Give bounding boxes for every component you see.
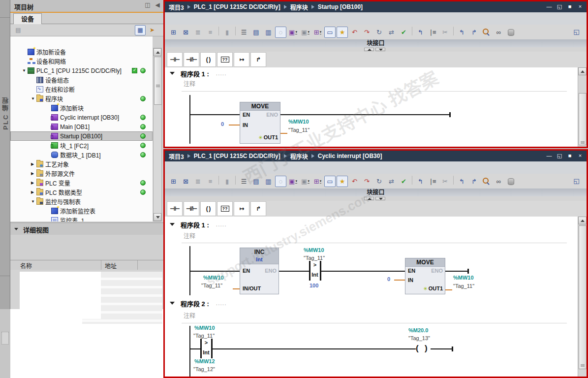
panel-columns-icon[interactable]: ◫ xyxy=(144,1,152,8)
goto-previous-icon[interactable]: ↰ xyxy=(415,27,426,38)
tree-item-device-config[interactable]: 设备组态 xyxy=(10,75,153,85)
expand-icon[interactable]: ▼ xyxy=(22,68,28,73)
pin-in[interactable]: IN xyxy=(243,122,248,128)
no-contact-icon[interactable]: ⊣⊢ xyxy=(167,52,183,67)
tree-item-fc2[interactable]: 块_1 [FC2] xyxy=(10,141,153,150)
network-list-icon[interactable]: ☰ xyxy=(238,176,249,187)
view-options-icon[interactable]: ▤ xyxy=(13,25,24,35)
dropdown-arrow-icon[interactable]: ▾ xyxy=(295,179,297,184)
nc-contact-icon[interactable]: ⊣/⊢ xyxy=(184,201,199,216)
operand-tag[interactable]: "Tag_11" xyxy=(304,255,325,261)
inc-box[interactable]: INC Int EN ENO IN/OUT xyxy=(240,248,279,294)
open-in-editor-icon[interactable]: ➤ xyxy=(147,25,157,35)
toolbar-icon[interactable] xyxy=(412,27,412,35)
breadcrumb-item[interactable]: PLC_1 [CPU 1215C DC/DC/Rly] xyxy=(194,3,290,11)
create-instance-icon[interactable]: ▮ xyxy=(221,27,233,38)
compare-contact[interactable] xyxy=(320,261,321,281)
collapse-network-icon[interactable] xyxy=(170,72,175,75)
monitor-glasses-icon[interactable]: ∞ xyxy=(493,176,504,187)
dropdown-arrow-icon[interactable]: ▾ xyxy=(320,179,322,184)
constant-100[interactable]: 100 xyxy=(309,283,318,288)
tree-scrollbar-thumb[interactable] xyxy=(154,57,162,105)
refresh-block-calls-icon[interactable]: ⇄ xyxy=(386,27,397,38)
snapshot-icon[interactable] xyxy=(505,27,517,38)
compare-contact[interactable] xyxy=(211,339,213,358)
minimize-button[interactable]: — xyxy=(545,3,553,10)
toggle-favorites-icon[interactable]: ★ xyxy=(337,27,348,38)
expand-all-networks-icon[interactable]: ▤ xyxy=(250,27,262,38)
toggle-network-comments-icon[interactable]: ◌ xyxy=(275,27,286,38)
pin-inout[interactable]: IN/OUT xyxy=(243,285,261,291)
compare-operator[interactable]: > xyxy=(202,340,211,346)
editor-scrollbar[interactable] xyxy=(578,67,587,147)
expand-icon[interactable]: ▶ xyxy=(31,181,36,185)
consistency-check-icon[interactable]: ✔ xyxy=(398,176,409,187)
block-interface-bar[interactable]: 块接口 xyxy=(165,39,587,48)
window-titlebar[interactable]: 项目3 PLC_1 [CPU 1215C DC/DC/Rly] 程序块 Cycl… xyxy=(165,151,587,161)
delete-network-icon[interactable]: ⊠ xyxy=(180,27,191,38)
toolbar-icon[interactable] xyxy=(218,27,219,35)
toolbar-icon[interactable] xyxy=(453,176,454,185)
absolute-operands-icon[interactable]: ∣≡ xyxy=(427,27,438,38)
dropdown-arrow-icon[interactable]: ▾ xyxy=(295,30,297,34)
network-comment[interactable]: 注释 xyxy=(184,311,195,319)
update-block-calls-icon[interactable]: ↻ xyxy=(373,176,385,187)
search-icon[interactable] xyxy=(481,27,492,38)
network-2-header[interactable]: 程序段 2 : ..... xyxy=(165,298,577,308)
network-comment[interactable]: 注释 xyxy=(184,231,195,240)
splitter-down-icon[interactable] xyxy=(375,48,385,51)
tree-item-ob100[interactable]: Startup [OB100] xyxy=(10,131,153,141)
insert-fb-call-icon[interactable]: ▣▾ xyxy=(287,27,299,38)
window-titlebar[interactable]: 项目3 PLC_1 [CPU 1215C DC/DC/Rly] 程序块 Star… xyxy=(165,1,587,12)
expand-icon[interactable]: ▼ xyxy=(31,199,36,204)
snapshot-icon[interactable] xyxy=(505,176,517,187)
toggle-network-comments-icon[interactable]: ◌ xyxy=(275,176,286,187)
no-contact-icon[interactable]: ⊣⊢ xyxy=(167,201,183,216)
compare-operator[interactable]: > xyxy=(310,262,319,268)
inc-box-datatype[interactable]: Int xyxy=(240,256,279,264)
splitter-up-icon[interactable] xyxy=(364,197,374,200)
absolute-operands-icon[interactable]: ∣≡ xyxy=(427,176,438,187)
tree-item-ob30[interactable]: Cyclic interrupt [OB30] xyxy=(10,113,153,122)
breadcrumb-item[interactable]: PLC_1 [CPU 1215C DC/DC/Rly] xyxy=(194,152,290,160)
collapse-network-icon[interactable] xyxy=(170,223,175,226)
maximize-button[interactable]: ■ xyxy=(566,3,574,10)
toggle-empty-box-icon[interactable]: ▭ xyxy=(324,27,336,38)
tree-scrollbar[interactable] xyxy=(153,48,162,221)
dropdown-arrow-icon[interactable]: ▾ xyxy=(308,30,309,34)
pin-out1[interactable]: ✳OUT1 xyxy=(258,134,278,140)
scroll-up-icon[interactable] xyxy=(578,67,587,75)
splitter-down-icon[interactable] xyxy=(375,197,385,200)
pin-out1[interactable]: ✳OUT1 xyxy=(423,285,443,291)
toolbar-icon[interactable] xyxy=(412,176,412,185)
tree-item-devices-networks[interactable]: 设备和网络 xyxy=(10,57,153,66)
toolbar-icon[interactable] xyxy=(453,27,454,35)
previous-bookmark-icon[interactable]: ↰ xyxy=(456,176,467,187)
toggle-favorites-icon[interactable]: ★ xyxy=(337,176,348,187)
move-box[interactable]: MOVE EN ENO IN ✳OUT1 xyxy=(240,102,280,144)
operand-tag[interactable]: "Tag_13" xyxy=(408,335,430,341)
splitter-up-icon[interactable] xyxy=(364,48,374,51)
scrollbar-thumb[interactable] xyxy=(579,225,587,369)
goto-previous-icon[interactable]: ↰ xyxy=(415,176,426,187)
tree-item-plc-tags[interactable]: ▶ PLC 变量 xyxy=(10,178,153,188)
column-name[interactable]: 名称 xyxy=(20,261,32,270)
maximize-button[interactable]: ■ xyxy=(566,152,574,159)
expand-all-networks-icon[interactable]: ▤ xyxy=(250,176,262,187)
close-button[interactable]: × xyxy=(576,3,584,10)
update-block-calls-icon[interactable]: ↻ xyxy=(373,27,385,38)
tree-item-plc-datatypes[interactable]: ▶ PLC 数据类型 xyxy=(10,188,153,197)
toggle-empty-box-icon[interactable]: ▭ xyxy=(324,176,336,187)
scroll-down-icon[interactable] xyxy=(154,213,161,221)
column-address[interactable]: 地址 xyxy=(105,261,117,270)
previous-error-icon[interactable]: ↶ xyxy=(349,27,360,38)
free-comments-icon[interactable]: ✂ xyxy=(439,27,451,38)
empty-box-icon[interactable]: ?? xyxy=(217,52,233,67)
split-editor-icon[interactable]: ◱ xyxy=(571,175,582,187)
network-list-icon[interactable]: ☰ xyxy=(238,27,249,38)
create-instance-icon[interactable]: ▮ xyxy=(221,176,233,187)
collapse-network-icon[interactable] xyxy=(170,302,175,305)
coil[interactable]: ) xyxy=(425,344,428,353)
coil[interactable]: ( xyxy=(416,344,419,353)
tree-item-db1[interactable]: 数据块_1 [DB1] xyxy=(10,150,153,159)
